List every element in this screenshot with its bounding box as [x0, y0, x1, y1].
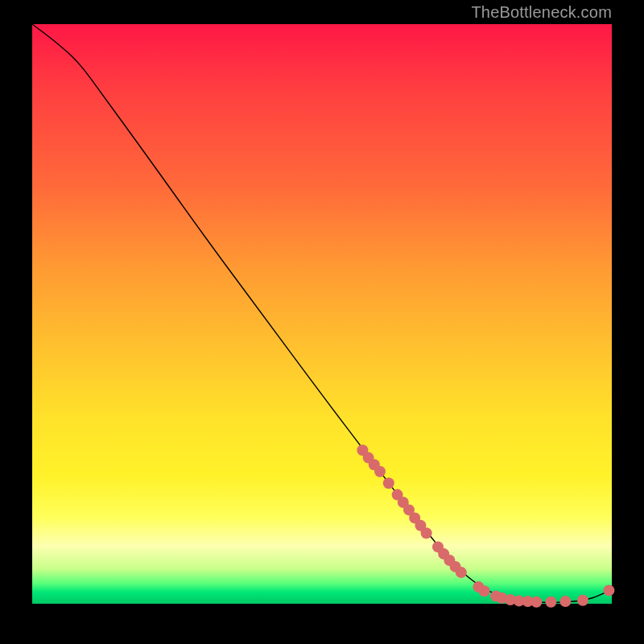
highlight-dot [545, 597, 556, 608]
bottleneck-curve [32, 24, 612, 602]
highlight-dot [374, 466, 386, 477]
highlight-dot [421, 527, 432, 539]
highlight-dot [559, 596, 571, 607]
highlight-dot [603, 584, 614, 596]
chart-svg [32, 24, 612, 604]
highlight-dot [456, 567, 467, 578]
plot-area [32, 24, 612, 604]
highlight-dot [530, 597, 542, 608]
highlight-dot [383, 477, 394, 489]
chart-container: TheBottleneck.com [0, 0, 644, 644]
highlight-dot [479, 585, 490, 597]
attribution-label: TheBottleneck.com [471, 3, 612, 22]
highlight-dots [357, 444, 614, 608]
highlight-dot [577, 595, 588, 606]
